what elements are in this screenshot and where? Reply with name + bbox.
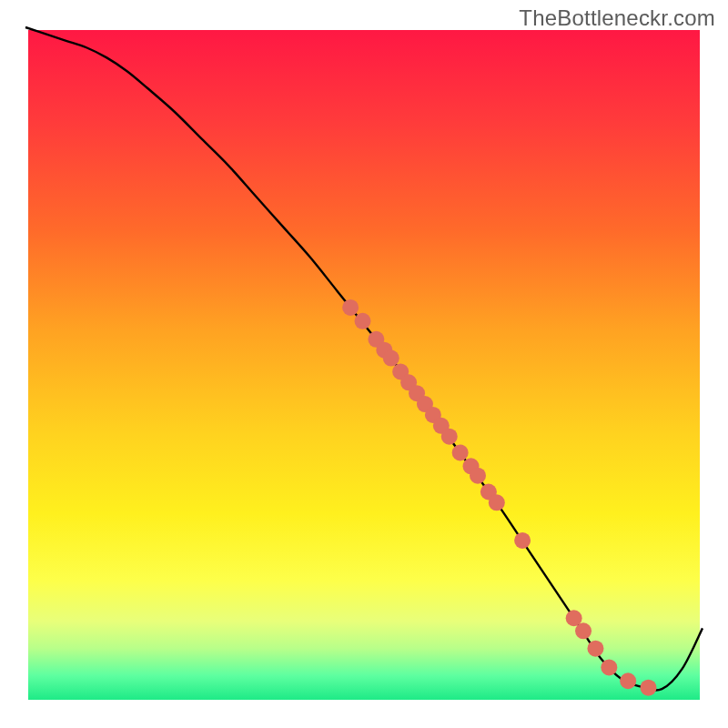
- plot-background: [25, 27, 703, 703]
- chart-root: TheBottleneckr.com: [0, 0, 728, 728]
- bottleneck-chart: [0, 0, 728, 728]
- data-marker: [452, 444, 469, 460]
- data-marker: [489, 494, 505, 511]
- data-marker: [355, 313, 371, 329]
- data-marker: [620, 672, 636, 689]
- data-marker: [342, 299, 359, 316]
- data-marker: [383, 350, 399, 367]
- data-marker: [587, 641, 603, 657]
- data-marker: [441, 429, 458, 445]
- data-marker: [640, 680, 656, 696]
- data-marker: [575, 622, 592, 639]
- data-marker: [601, 659, 617, 675]
- data-marker: [470, 468, 486, 484]
- data-marker: [514, 532, 531, 549]
